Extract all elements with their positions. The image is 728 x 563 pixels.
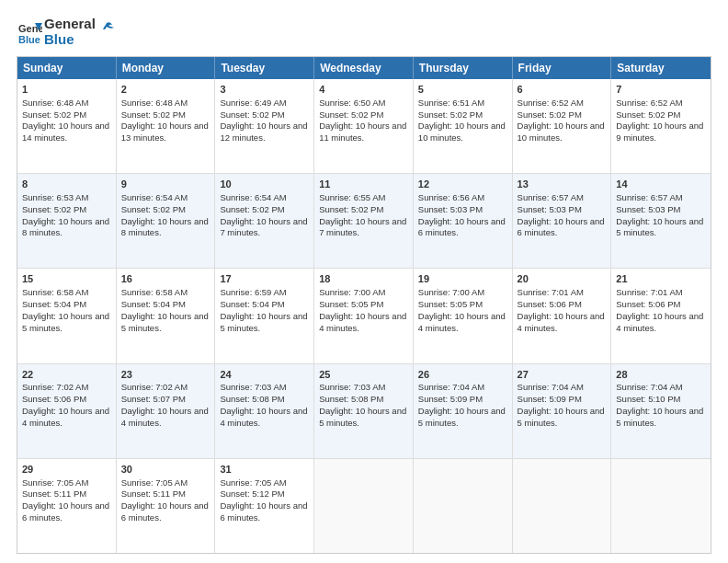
calendar-cell (414, 459, 513, 553)
day-info: Sunrise: 7:00 AM (319, 287, 408, 299)
calendar-row-4: 22Sunrise: 7:02 AMSunset: 5:06 PMDayligh… (17, 364, 711, 459)
calendar-cell: 10Sunrise: 6:54 AMSunset: 5:02 PMDayligh… (215, 174, 314, 268)
calendar-cell: 1Sunrise: 6:48 AMSunset: 5:02 PMDaylight… (17, 79, 117, 173)
day-info: Sunset: 5:05 PM (418, 299, 507, 311)
day-info: Sunset: 5:02 PM (121, 109, 210, 121)
day-number: 12 (418, 178, 507, 191)
day-info: Sunset: 5:02 PM (220, 109, 309, 121)
calendar-cell: 29Sunrise: 7:05 AMSunset: 5:11 PMDayligh… (17, 459, 117, 553)
header-day-friday: Friday (513, 57, 612, 79)
calendar-cell: 19Sunrise: 7:00 AMSunset: 5:05 PMDayligh… (414, 269, 513, 362)
day-info: Sunrise: 7:01 AM (518, 287, 607, 299)
day-info: Sunset: 5:08 PM (220, 394, 309, 406)
day-info: Daylight: 10 hours and 10 minutes. (518, 121, 607, 144)
day-info: Daylight: 10 hours and 4 minutes. (121, 406, 210, 430)
day-info: Sunset: 5:02 PM (616, 109, 706, 121)
day-number: 21 (616, 272, 706, 286)
day-info: Sunrise: 6:53 AM (22, 192, 111, 204)
day-info: Sunrise: 6:48 AM (22, 98, 111, 109)
day-info: Daylight: 10 hours and 11 minutes. (319, 121, 408, 144)
day-info: Sunrise: 6:55 AM (319, 192, 408, 204)
day-info: Sunset: 5:02 PM (418, 109, 507, 121)
calendar-cell: 5Sunrise: 6:51 AMSunset: 5:02 PMDaylight… (414, 79, 513, 173)
day-info: Daylight: 10 hours and 7 minutes. (220, 216, 309, 240)
calendar-cell: 15Sunrise: 6:58 AMSunset: 5:04 PMDayligh… (17, 269, 117, 362)
day-info: Sunset: 5:03 PM (418, 204, 507, 216)
day-number: 20 (518, 272, 607, 286)
calendar-cell: 11Sunrise: 6:55 AMSunset: 5:02 PMDayligh… (314, 174, 414, 268)
day-info: Daylight: 10 hours and 8 minutes. (121, 216, 210, 240)
calendar-cell: 13Sunrise: 6:57 AMSunset: 5:03 PMDayligh… (513, 174, 612, 268)
logo-blue: Blue (44, 32, 96, 48)
day-info: Sunset: 5:06 PM (518, 299, 607, 311)
calendar-cell: 2Sunrise: 6:48 AMSunset: 5:02 PMDaylight… (117, 79, 216, 173)
header-day-thursday: Thursday (414, 57, 513, 79)
day-info: Sunset: 5:02 PM (319, 109, 408, 121)
calendar-cell: 4Sunrise: 6:50 AMSunset: 5:02 PMDaylight… (314, 79, 414, 173)
day-number: 31 (220, 463, 309, 477)
day-info: Sunrise: 6:50 AM (319, 98, 408, 109)
calendar-row-3: 15Sunrise: 6:58 AMSunset: 5:04 PMDayligh… (17, 269, 711, 363)
calendar-cell: 26Sunrise: 7:04 AMSunset: 5:09 PMDayligh… (414, 364, 513, 458)
day-info: Sunrise: 6:54 AM (220, 192, 309, 204)
calendar-cell: 24Sunrise: 7:03 AMSunset: 5:08 PMDayligh… (215, 364, 314, 458)
day-number: 28 (616, 368, 706, 382)
day-info: Sunset: 5:09 PM (518, 394, 607, 406)
day-number: 30 (121, 463, 210, 477)
day-info: Sunset: 5:02 PM (220, 204, 309, 216)
day-info: Daylight: 10 hours and 5 minutes. (418, 406, 507, 430)
day-info: Daylight: 10 hours and 5 minutes. (616, 216, 706, 240)
day-info: Sunrise: 7:04 AM (616, 382, 706, 394)
day-info: Sunrise: 7:03 AM (220, 382, 309, 394)
day-number: 2 (121, 83, 210, 97)
calendar-row-5: 29Sunrise: 7:05 AMSunset: 5:11 PMDayligh… (17, 459, 711, 553)
calendar-cell: 28Sunrise: 7:04 AMSunset: 5:10 PMDayligh… (611, 364, 711, 458)
day-info: Sunset: 5:02 PM (121, 204, 210, 216)
day-info: Sunrise: 7:02 AM (121, 382, 210, 394)
calendar-cell (611, 459, 711, 553)
day-info: Sunset: 5:04 PM (220, 299, 309, 311)
day-info: Daylight: 10 hours and 12 minutes. (220, 121, 309, 144)
calendar-cell: 12Sunrise: 6:56 AMSunset: 5:03 PMDayligh… (414, 174, 513, 268)
day-number: 24 (220, 368, 309, 382)
logo-icon: General Blue (17, 19, 42, 45)
header-day-saturday: Saturday (611, 57, 711, 79)
day-info: Daylight: 10 hours and 9 minutes. (616, 121, 706, 144)
day-number: 8 (22, 178, 111, 191)
calendar-cell: 23Sunrise: 7:02 AMSunset: 5:07 PMDayligh… (117, 364, 216, 458)
day-info: Daylight: 10 hours and 6 minutes. (121, 500, 210, 524)
day-info: Sunset: 5:11 PM (121, 488, 210, 500)
day-info: Daylight: 10 hours and 4 minutes. (518, 311, 607, 335)
calendar-header: SundayMondayTuesdayWednesdayThursdayFrid… (17, 57, 711, 79)
calendar-cell: 6Sunrise: 6:52 AMSunset: 5:02 PMDaylight… (513, 79, 612, 173)
day-info: Daylight: 10 hours and 5 minutes. (616, 406, 706, 430)
day-number: 25 (319, 368, 408, 382)
day-info: Sunrise: 6:48 AM (121, 98, 210, 109)
day-info: Sunrise: 6:49 AM (220, 98, 309, 109)
day-info: Daylight: 10 hours and 6 minutes. (418, 216, 507, 240)
day-info: Sunrise: 7:02 AM (22, 382, 111, 394)
calendar-cell (314, 459, 414, 553)
day-info: Sunset: 5:05 PM (319, 299, 408, 311)
day-info: Sunrise: 7:03 AM (319, 382, 408, 394)
logo-bird-icon (97, 20, 114, 37)
calendar-body: 1Sunrise: 6:48 AMSunset: 5:02 PMDaylight… (17, 79, 711, 553)
day-info: Sunrise: 7:01 AM (616, 287, 706, 299)
calendar-cell: 14Sunrise: 6:57 AMSunset: 5:03 PMDayligh… (611, 174, 711, 268)
calendar-cell: 21Sunrise: 7:01 AMSunset: 5:06 PMDayligh… (611, 269, 711, 362)
day-info: Daylight: 10 hours and 6 minutes. (220, 500, 309, 524)
header-day-tuesday: Tuesday (215, 57, 314, 79)
day-info: Sunrise: 6:58 AM (121, 287, 210, 299)
day-info: Sunset: 5:04 PM (22, 299, 111, 311)
day-info: Sunrise: 7:05 AM (220, 477, 309, 489)
day-number: 9 (121, 178, 210, 191)
day-info: Daylight: 10 hours and 4 minutes. (319, 311, 408, 335)
calendar-cell: 9Sunrise: 6:54 AMSunset: 5:02 PMDaylight… (117, 174, 216, 268)
day-info: Daylight: 10 hours and 13 minutes. (121, 121, 210, 144)
day-info: Daylight: 10 hours and 14 minutes. (22, 121, 111, 144)
logo-general: General (44, 17, 96, 32)
day-info: Sunrise: 7:04 AM (418, 382, 507, 394)
day-number: 19 (418, 272, 507, 286)
header: General Blue General Blue (17, 17, 711, 47)
day-info: Daylight: 10 hours and 5 minutes. (121, 311, 210, 335)
